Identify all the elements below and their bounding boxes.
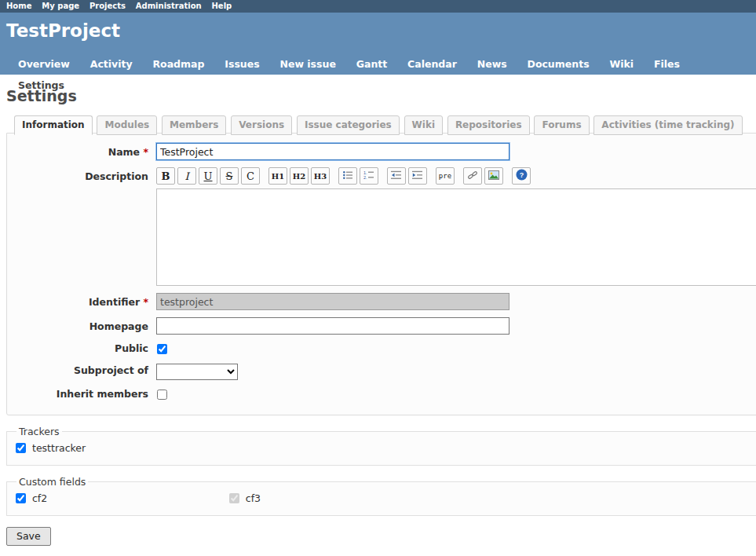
tab-modules[interactable]: Modules (97, 115, 157, 135)
description-textarea[interactable] (156, 188, 756, 286)
top-menu-projects[interactable]: Projects (89, 2, 126, 10)
top-menu-home[interactable]: Home (6, 2, 31, 10)
tab-members[interactable]: Members (162, 115, 226, 135)
information-form: Name * Description B I U S C H1 H2 H3 1.… (6, 133, 756, 415)
public-checkbox[interactable] (157, 344, 167, 354)
outdent-button[interactable] (387, 167, 406, 185)
top-menu-my-page[interactable]: My page (42, 2, 79, 10)
indent-icon (412, 170, 423, 183)
main-menu-gantt[interactable]: Gantt (348, 54, 396, 75)
cf2-checkbox[interactable] (16, 493, 26, 503)
ordered-list-icon: 1.2. (363, 170, 374, 183)
custom-fields-legend: Custom fields (16, 476, 88, 488)
custom-field-item-cf2[interactable]: cf2 (15, 491, 225, 506)
testtracker-label: testtracker (32, 442, 86, 454)
image-icon (488, 170, 499, 183)
unordered-list-button[interactable] (338, 167, 357, 185)
svg-text:1.: 1. (363, 170, 367, 174)
identifier-row: Identifier * (15, 293, 756, 310)
link-icon (467, 170, 478, 183)
subproject-row: Subproject of (15, 364, 756, 380)
page-title: Settings (6, 87, 756, 104)
unordered-list-icon (342, 170, 353, 183)
tab-wiki[interactable]: Wiki (404, 115, 443, 135)
pre-button[interactable]: pre (436, 167, 455, 185)
project-title: TestProject (6, 20, 750, 41)
help-icon: ? (516, 169, 528, 183)
main-menu-new-issue[interactable]: New issue (271, 54, 344, 75)
tab-forums[interactable]: Forums (534, 115, 589, 135)
identifier-label: Identifier * (15, 293, 156, 308)
heading1-button[interactable]: H1 (268, 167, 287, 185)
svg-text:2.: 2. (363, 175, 367, 180)
testtracker-checkbox[interactable] (16, 443, 26, 453)
underline-button[interactable]: U (199, 167, 217, 185)
bold-button[interactable]: B (156, 167, 175, 185)
indent-button[interactable] (408, 167, 427, 185)
custom-fields-fieldset: Custom fields cf2 cf3 (6, 476, 756, 516)
code-button[interactable]: C (241, 167, 260, 185)
ordered-list-button[interactable]: 1.2. (360, 167, 378, 185)
svg-text:?: ? (519, 171, 524, 179)
homepage-label: Homepage (15, 317, 156, 332)
settings-tabs: Information Modules Members Versions Iss… (6, 115, 756, 134)
main-menu-overview[interactable]: Overview (9, 54, 79, 75)
inherit-members-label: Inherit members (15, 387, 156, 400)
subproject-label: Subproject of (15, 364, 156, 376)
editor-toolbar: B I U S C H1 H2 H3 1.2. pre ? (156, 167, 756, 185)
help-button[interactable]: ? (512, 167, 531, 185)
main-menu-files[interactable]: Files (645, 54, 688, 75)
tracker-item-testtracker[interactable]: testtracker (15, 441, 225, 455)
identifier-input (156, 293, 509, 310)
description-label: Description (15, 167, 156, 182)
main-menu-calendar[interactable]: Calendar (399, 54, 466, 75)
top-menu-help[interactable]: Help (212, 2, 232, 10)
strikethrough-button[interactable]: S (220, 167, 239, 185)
cf2-label: cf2 (32, 492, 47, 504)
trackers-legend: Trackers (16, 426, 62, 437)
main-menu-wiki[interactable]: Wiki (601, 54, 642, 75)
tab-information[interactable]: Information (14, 115, 93, 135)
name-input[interactable] (156, 143, 509, 160)
tab-activities[interactable]: Activities (time tracking) (593, 115, 742, 135)
image-button[interactable] (484, 167, 503, 185)
heading2-button[interactable]: H2 (290, 167, 309, 185)
top-menu-administration[interactable]: Administration (136, 2, 202, 10)
homepage-row: Homepage (15, 317, 756, 335)
italic-button[interactable]: I (177, 167, 196, 185)
content-area: Settings Information Modules Members Ver… (0, 75, 756, 556)
tab-versions[interactable]: Versions (231, 115, 292, 135)
description-editor: B I U S C H1 H2 H3 1.2. pre ? (156, 167, 756, 286)
inherit-members-checkbox[interactable] (157, 390, 167, 400)
homepage-input[interactable] (156, 317, 509, 335)
public-row: Public (15, 342, 756, 357)
subproject-select[interactable] (156, 364, 238, 380)
main-menu-documents[interactable]: Documents (519, 54, 598, 75)
tab-issue-categories[interactable]: Issue categories (297, 115, 400, 135)
trackers-fieldset: Trackers testtracker (6, 426, 756, 466)
app-header: TestProject Overview Activity Roadmap Is… (0, 13, 756, 75)
name-row: Name * (15, 143, 756, 160)
main-menu-issues[interactable]: Issues (216, 54, 268, 75)
main-menu-roadmap[interactable]: Roadmap (144, 54, 213, 75)
custom-field-item-cf3: cf3 (228, 491, 439, 506)
required-asterisk: * (143, 146, 148, 158)
main-menu: Overview Activity Roadmap Issues New iss… (6, 54, 750, 75)
main-menu-news[interactable]: News (469, 54, 516, 75)
top-menu: Home My page Projects Administration Hel… (0, 0, 756, 13)
tab-repositories[interactable]: Repositories (447, 115, 530, 135)
required-asterisk: * (143, 296, 148, 308)
name-label: Name * (15, 143, 156, 158)
link-button[interactable] (463, 167, 482, 185)
save-button[interactable]: Save (6, 527, 51, 546)
public-label: Public (15, 342, 156, 354)
cf3-label: cf3 (246, 492, 261, 504)
cf3-checkbox (229, 493, 239, 503)
inherit-members-row: Inherit members (15, 387, 756, 402)
outdent-icon (391, 170, 402, 183)
description-row: Description B I U S C H1 H2 H3 1.2. pre (15, 167, 756, 286)
heading3-button[interactable]: H3 (311, 167, 330, 185)
main-menu-activity[interactable]: Activity (82, 54, 141, 75)
